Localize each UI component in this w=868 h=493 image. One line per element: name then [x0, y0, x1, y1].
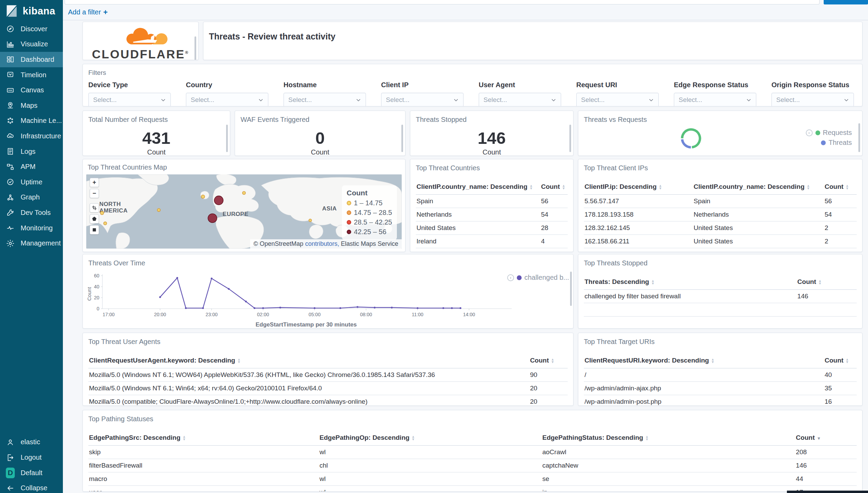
- sidebar-item-canvas[interactable]: Canvas: [0, 82, 63, 98]
- data-point[interactable]: [417, 307, 419, 309]
- sidebar-item-infrastructure[interactable]: Infrastructure: [0, 128, 63, 144]
- map-marker-russia-west[interactable]: [243, 192, 246, 195]
- data-point[interactable]: [202, 307, 204, 309]
- rectangle-button[interactable]: [90, 225, 99, 234]
- add-filter-button[interactable]: Add a filter +: [68, 8, 108, 17]
- zoom-in-button[interactable]: +: [90, 178, 99, 187]
- sidebar-item-machine-le[interactable]: Machine Le...: [0, 113, 63, 129]
- table-cell: 54: [540, 208, 568, 221]
- filter-select-hostname[interactable]: Select...: [283, 93, 366, 106]
- panel-scrollbar[interactable]: [401, 125, 403, 152]
- panel-scrollbar[interactable]: [569, 125, 571, 152]
- series-color-dot[interactable]: [815, 130, 820, 135]
- sidebar-item-management[interactable]: Management: [0, 236, 63, 251]
- column-header-count[interactable]: Count▲▼: [797, 274, 857, 290]
- data-point[interactable]: [279, 307, 281, 308]
- zoom-out-button[interactable]: −: [90, 189, 99, 198]
- column-header-count[interactable]: Count▲▼: [824, 353, 857, 368]
- map-marker-us-east[interactable]: [157, 208, 160, 211]
- data-point[interactable]: [340, 307, 341, 309]
- column-header-count[interactable]: Count▲▼: [540, 179, 568, 195]
- donut-chart[interactable]: [678, 125, 704, 151]
- data-point[interactable]: [451, 307, 453, 309]
- sidebar-item-maps[interactable]: Maps: [0, 98, 63, 113]
- data-point[interactable]: [228, 288, 230, 290]
- map-marker-spain[interactable]: [208, 214, 217, 222]
- data-point[interactable]: [459, 307, 461, 309]
- panel-scrollbar[interactable]: [858, 123, 860, 152]
- data-point[interactable]: [442, 307, 444, 309]
- map-marker-ireland[interactable]: [201, 195, 205, 198]
- data-point[interactable]: [176, 277, 178, 279]
- sidebar-item-dev-tools[interactable]: Dev Tools: [0, 205, 63, 220]
- column-header-edgepathingop-descending[interactable]: EdgePathingOp: Descending▲▼: [319, 430, 542, 446]
- world-map[interactable]: NORTHAMERICAEUROPEASIA +− Count 1 – 14.7…: [86, 174, 402, 249]
- legend-expand-icon[interactable]: ›: [806, 129, 813, 136]
- sidebar-item-collapse[interactable]: Collapse: [0, 480, 63, 493]
- map-marker-china[interactable]: [309, 219, 312, 222]
- filter-select-origin-response-status[interactable]: Select...: [771, 93, 854, 106]
- filter-select-country[interactable]: Select...: [186, 93, 268, 106]
- column-header-clientip-country-name-descending[interactable]: ClientIP.country_name: Descending▲▼: [416, 179, 540, 195]
- filter-select-user-agent[interactable]: Select...: [479, 93, 561, 106]
- x-tick-label: 02:00: [257, 312, 269, 317]
- sidebar-item-graph[interactable]: Graph: [0, 190, 63, 205]
- table-cell: user: [88, 486, 319, 492]
- map-marker-netherlands[interactable]: [214, 196, 223, 205]
- column-header-clientip-country-name-descending[interactable]: ClientIP.country_name: Descending▲▼: [693, 179, 824, 195]
- data-point[interactable]: [159, 296, 161, 298]
- column-header-edgepathingsrc-descending[interactable]: EdgePathingSrc: Descending▲▼: [88, 430, 319, 446]
- sidebar-item-uptime[interactable]: Uptime: [0, 174, 63, 190]
- data-point[interactable]: [245, 301, 247, 302]
- column-header-clientip-ip-descending[interactable]: ClientIP.ip: Descending▲▼: [584, 179, 693, 195]
- column-header-count[interactable]: Count▲▼: [824, 179, 857, 195]
- filter-select-device-type[interactable]: Select...: [88, 93, 171, 106]
- table-cell: United States: [693, 235, 824, 248]
- sidebar-item-default[interactable]: DDefault: [0, 465, 63, 481]
- update-button[interactable]: [824, 0, 868, 4]
- series-color-dot[interactable]: [821, 140, 826, 145]
- sidebar-item-apm[interactable]: APM: [0, 159, 63, 174]
- map-marker-us-central[interactable]: [100, 211, 104, 215]
- sidebar-item-label: Default: [21, 469, 42, 477]
- column-header-clientrequestuseragent-keyword-descending[interactable]: ClientRequestUserAgent.keyword: Descendi…: [88, 353, 529, 368]
- sidebar-item-visualize[interactable]: Visualize: [0, 37, 63, 52]
- data-point[interactable]: [391, 307, 393, 308]
- polygon-button[interactable]: [90, 214, 99, 223]
- column-header-count[interactable]: Count▼: [795, 430, 857, 446]
- panel-scrollbar[interactable]: [570, 272, 572, 306]
- sidebar-item-discover[interactable]: Discover: [0, 21, 63, 37]
- map-marker-us-south[interactable]: [104, 222, 107, 225]
- kibana-logo[interactable]: kibana: [0, 0, 63, 21]
- data-point[interactable]: [357, 306, 358, 308]
- column-header-threats-descending[interactable]: Threats: Descending▲▼: [584, 274, 797, 290]
- filter-select-request-uri[interactable]: Select...: [576, 93, 659, 106]
- sidebar-item-monitoring[interactable]: Monitoring: [0, 220, 63, 236]
- legend-expand-icon[interactable]: ›: [507, 274, 514, 281]
- data-point[interactable]: [374, 307, 376, 308]
- donut-slice-requests[interactable]: [679, 126, 703, 150]
- panel-scrollbar[interactable]: [194, 36, 196, 60]
- column-header-edgepathingstatus-descending[interactable]: EdgePathingStatus: Descending▲▼: [542, 430, 795, 446]
- threats-over-time-chart[interactable]: 020406017:0020:0023:0002:0005:0008:0011:…: [83, 254, 573, 328]
- filter-select-client-ip[interactable]: Select...: [381, 93, 464, 106]
- sidebar-item-logs[interactable]: Logs: [0, 144, 63, 159]
- data-point[interactable]: [185, 307, 187, 309]
- column-header-clientrequesturi-keyword-descending[interactable]: ClientRequestURI.keyword: Descending▲▼: [584, 353, 824, 368]
- sidebar-item-dashboard[interactable]: Dashboard: [0, 52, 63, 67]
- series-line[interactable]: [160, 278, 460, 308]
- filter-select-edge-response-status[interactable]: Select...: [674, 93, 756, 106]
- sidebar-item-timelion[interactable]: Timelion: [0, 67, 63, 83]
- data-point[interactable]: [314, 307, 315, 309]
- sidebar-item-logout[interactable]: Logout: [0, 450, 63, 465]
- data-point[interactable]: [254, 307, 255, 309]
- data-point[interactable]: [211, 277, 212, 279]
- attribution-link[interactable]: contributors,: [305, 240, 339, 247]
- panel-scrollbar[interactable]: [226, 125, 228, 152]
- sidebar-item-elastic[interactable]: elastic: [0, 435, 63, 450]
- query-bar[interactable]: [65, 0, 820, 4]
- data-point[interactable]: [262, 307, 264, 309]
- column-header-count[interactable]: Count▲▼: [529, 353, 568, 368]
- crop-button[interactable]: [90, 203, 99, 213]
- series-color-dot[interactable]: [517, 275, 522, 280]
